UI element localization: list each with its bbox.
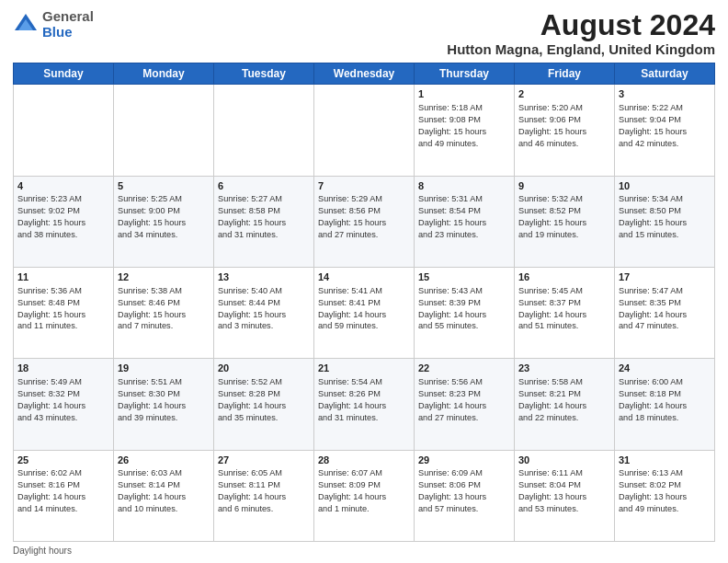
location-title: Hutton Magna, England, United Kingdom <box>447 41 715 57</box>
day-number: 29 <box>418 454 510 467</box>
calendar-cell: 25Sunrise: 6:02 AM Sunset: 8:16 PM Dayli… <box>14 450 114 541</box>
day-info: Sunrise: 5:56 AM Sunset: 8:23 PM Dayligh… <box>418 376 510 424</box>
calendar-cell: 18Sunrise: 5:49 AM Sunset: 8:32 PM Dayli… <box>14 359 114 450</box>
day-info: Sunrise: 5:32 AM Sunset: 8:52 PM Dayligh… <box>518 193 610 241</box>
week-row-4: 18Sunrise: 5:49 AM Sunset: 8:32 PM Dayli… <box>14 359 715 450</box>
weekday-header-sunday: Sunday <box>14 63 114 85</box>
day-number: 17 <box>619 270 711 284</box>
logo-blue: Blue <box>42 24 73 40</box>
calendar-cell: 21Sunrise: 5:54 AM Sunset: 8:26 PM Dayli… <box>314 359 415 450</box>
calendar-cell: 1Sunrise: 5:18 AM Sunset: 9:08 PM Daylig… <box>415 85 515 176</box>
day-number: 1 <box>418 87 510 101</box>
day-number: 11 <box>17 270 109 284</box>
calendar-cell: 4Sunrise: 5:23 AM Sunset: 9:02 PM Daylig… <box>14 176 114 267</box>
day-number: 6 <box>218 179 310 193</box>
day-info: Sunrise: 6:11 AM Sunset: 8:04 PM Dayligh… <box>518 467 610 515</box>
calendar-cell: 12Sunrise: 5:38 AM Sunset: 8:46 PM Dayli… <box>114 267 214 358</box>
day-info: Sunrise: 6:03 AM Sunset: 8:14 PM Dayligh… <box>118 467 210 515</box>
day-info: Sunrise: 6:07 AM Sunset: 8:09 PM Dayligh… <box>318 467 410 515</box>
day-info: Sunrise: 5:25 AM Sunset: 9:00 PM Dayligh… <box>118 193 210 241</box>
calendar-cell <box>214 85 314 176</box>
day-number: 16 <box>518 270 610 284</box>
calendar-cell <box>114 85 214 176</box>
day-info: Sunrise: 5:18 AM Sunset: 9:08 PM Dayligh… <box>418 102 510 150</box>
calendar-cell: 26Sunrise: 6:03 AM Sunset: 8:14 PM Dayli… <box>114 450 214 541</box>
calendar-cell: 11Sunrise: 5:36 AM Sunset: 8:48 PM Dayli… <box>14 267 114 358</box>
day-number: 9 <box>518 179 610 193</box>
day-info: Sunrise: 6:00 AM Sunset: 8:18 PM Dayligh… <box>619 376 711 424</box>
day-number: 14 <box>318 270 410 284</box>
calendar-cell: 13Sunrise: 5:40 AM Sunset: 8:44 PM Dayli… <box>214 267 314 358</box>
calendar-cell <box>14 85 114 176</box>
day-number: 10 <box>619 179 711 193</box>
day-info: Sunrise: 6:09 AM Sunset: 8:06 PM Dayligh… <box>418 467 510 515</box>
weekday-header-wednesday: Wednesday <box>314 63 415 85</box>
logo: General Blue <box>13 9 94 40</box>
calendar-cell: 29Sunrise: 6:09 AM Sunset: 8:06 PM Dayli… <box>415 450 515 541</box>
week-row-1: 1Sunrise: 5:18 AM Sunset: 9:08 PM Daylig… <box>14 85 715 176</box>
calendar-cell: 19Sunrise: 5:51 AM Sunset: 8:30 PM Dayli… <box>114 359 214 450</box>
day-info: Sunrise: 5:31 AM Sunset: 8:54 PM Dayligh… <box>418 193 510 241</box>
calendar-cell: 17Sunrise: 5:47 AM Sunset: 8:35 PM Dayli… <box>615 267 715 358</box>
day-info: Sunrise: 5:58 AM Sunset: 8:21 PM Dayligh… <box>518 376 610 424</box>
day-info: Sunrise: 5:23 AM Sunset: 9:02 PM Dayligh… <box>17 193 109 241</box>
weekday-header-monday: Monday <box>114 63 214 85</box>
calendar-cell: 10Sunrise: 5:34 AM Sunset: 8:50 PM Dayli… <box>615 176 715 267</box>
day-info: Sunrise: 5:29 AM Sunset: 8:56 PM Dayligh… <box>318 193 410 241</box>
calendar-cell: 6Sunrise: 5:27 AM Sunset: 8:58 PM Daylig… <box>214 176 314 267</box>
day-info: Sunrise: 5:41 AM Sunset: 8:41 PM Dayligh… <box>318 285 410 333</box>
calendar-cell: 5Sunrise: 5:25 AM Sunset: 9:00 PM Daylig… <box>114 176 214 267</box>
day-number: 30 <box>518 454 610 467</box>
day-info: Sunrise: 6:13 AM Sunset: 8:02 PM Dayligh… <box>619 467 711 515</box>
daylight-hours-label: Daylight hours <box>13 546 72 556</box>
calendar-cell: 7Sunrise: 5:29 AM Sunset: 8:56 PM Daylig… <box>314 176 415 267</box>
day-info: Sunrise: 6:02 AM Sunset: 8:16 PM Dayligh… <box>17 467 109 515</box>
day-info: Sunrise: 5:38 AM Sunset: 8:46 PM Dayligh… <box>118 285 210 333</box>
day-number: 18 <box>17 362 109 375</box>
calendar-cell: 28Sunrise: 6:07 AM Sunset: 8:09 PM Dayli… <box>314 450 415 541</box>
week-row-2: 4Sunrise: 5:23 AM Sunset: 9:02 PM Daylig… <box>14 176 715 267</box>
day-number: 3 <box>619 87 711 101</box>
header: General Blue August 2024 Hutton Magna, E… <box>13 9 715 57</box>
day-number: 5 <box>118 179 210 193</box>
day-info: Sunrise: 5:43 AM Sunset: 8:39 PM Dayligh… <box>418 285 510 333</box>
calendar-cell: 16Sunrise: 5:45 AM Sunset: 8:37 PM Dayli… <box>515 267 615 358</box>
calendar-cell: 15Sunrise: 5:43 AM Sunset: 8:39 PM Dayli… <box>415 267 515 358</box>
calendar-cell: 2Sunrise: 5:20 AM Sunset: 9:06 PM Daylig… <box>515 85 615 176</box>
weekday-header-tuesday: Tuesday <box>214 63 314 85</box>
page: General Blue August 2024 Hutton Magna, E… <box>0 0 728 563</box>
day-number: 24 <box>619 362 711 375</box>
calendar-cell: 8Sunrise: 5:31 AM Sunset: 8:54 PM Daylig… <box>415 176 515 267</box>
day-info: Sunrise: 5:34 AM Sunset: 8:50 PM Dayligh… <box>619 193 711 241</box>
calendar-cell: 20Sunrise: 5:52 AM Sunset: 8:28 PM Dayli… <box>214 359 314 450</box>
day-number: 23 <box>518 362 610 375</box>
day-number: 27 <box>218 454 310 467</box>
day-info: Sunrise: 5:45 AM Sunset: 8:37 PM Dayligh… <box>518 285 610 333</box>
day-info: Sunrise: 5:54 AM Sunset: 8:26 PM Dayligh… <box>318 376 410 424</box>
calendar-cell: 3Sunrise: 5:22 AM Sunset: 9:04 PM Daylig… <box>615 85 715 176</box>
calendar-cell: 9Sunrise: 5:32 AM Sunset: 8:52 PM Daylig… <box>515 176 615 267</box>
day-number: 20 <box>218 362 310 375</box>
day-info: Sunrise: 6:05 AM Sunset: 8:11 PM Dayligh… <box>218 467 310 515</box>
day-info: Sunrise: 5:27 AM Sunset: 8:58 PM Dayligh… <box>218 193 310 241</box>
calendar-cell: 31Sunrise: 6:13 AM Sunset: 8:02 PM Dayli… <box>615 450 715 541</box>
day-number: 28 <box>318 454 410 467</box>
title-block: August 2024 Hutton Magna, England, Unite… <box>447 9 715 57</box>
calendar-cell: 30Sunrise: 6:11 AM Sunset: 8:04 PM Dayli… <box>515 450 615 541</box>
calendar-cell <box>314 85 415 176</box>
day-number: 7 <box>318 179 410 193</box>
day-info: Sunrise: 5:47 AM Sunset: 8:35 PM Dayligh… <box>619 285 711 333</box>
day-info: Sunrise: 5:20 AM Sunset: 9:06 PM Dayligh… <box>518 102 610 150</box>
day-number: 31 <box>619 454 711 467</box>
day-number: 21 <box>318 362 410 375</box>
week-row-3: 11Sunrise: 5:36 AM Sunset: 8:48 PM Dayli… <box>14 267 715 358</box>
month-title: August 2024 <box>447 9 715 41</box>
calendar-table: SundayMondayTuesdayWednesdayThursdayFrid… <box>13 63 715 542</box>
footer: Daylight hours <box>13 546 715 556</box>
calendar-cell: 14Sunrise: 5:41 AM Sunset: 8:41 PM Dayli… <box>314 267 415 358</box>
week-row-5: 25Sunrise: 6:02 AM Sunset: 8:16 PM Dayli… <box>14 450 715 541</box>
day-number: 8 <box>418 179 510 193</box>
logo-general: General <box>42 8 94 24</box>
day-number: 25 <box>17 454 109 467</box>
day-info: Sunrise: 5:49 AM Sunset: 8:32 PM Dayligh… <box>17 376 109 424</box>
